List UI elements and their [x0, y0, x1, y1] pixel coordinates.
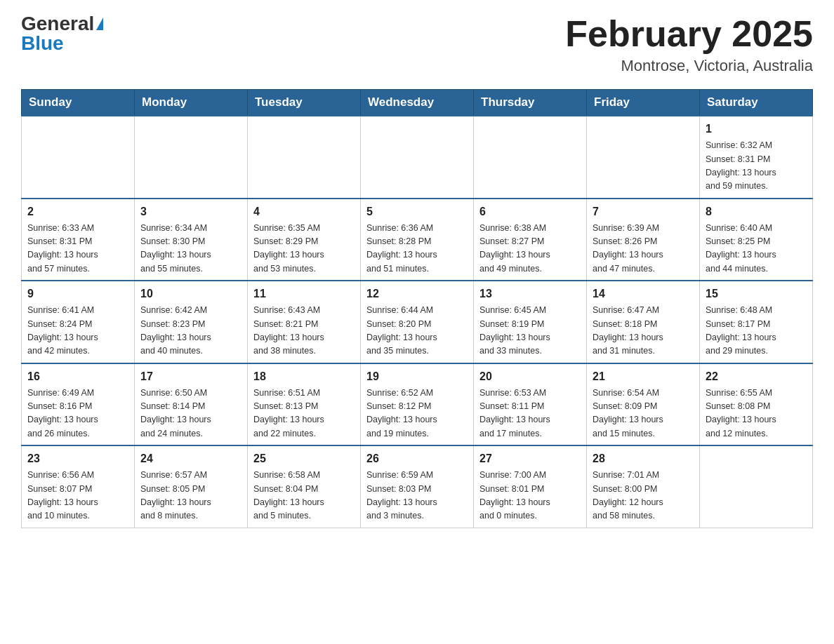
day-info-line: Sunset: 8:03 PM [366, 483, 468, 496]
calendar-cell: 3Sunrise: 6:34 AMSunset: 8:30 PMDaylight… [135, 199, 248, 281]
day-info-line: and 51 minutes. [366, 262, 468, 276]
calendar-header-row: SundayMondayTuesdayWednesdayThursdayFrid… [22, 90, 813, 116]
day-info-line: Sunset: 8:31 PM [706, 153, 807, 166]
day-info-line: Daylight: 13 hours [706, 331, 807, 344]
day-number: 13 [479, 286, 581, 302]
day-info-line: Sunrise: 6:34 AM [140, 222, 241, 235]
month-title: February 2025 [565, 14, 813, 54]
calendar-cell [587, 116, 700, 199]
day-info-line: Sunrise: 6:38 AM [479, 222, 581, 235]
day-info-line: and 29 minutes. [706, 344, 807, 358]
weekday-header-tuesday: Tuesday [248, 90, 361, 116]
logo-triangle-icon [96, 18, 103, 30]
day-info-line: and 8 minutes. [140, 509, 241, 523]
day-info-line: Sunrise: 7:00 AM [479, 469, 581, 482]
day-number: 12 [366, 286, 468, 302]
day-number: 15 [706, 286, 807, 302]
day-info-line: Sunrise: 6:54 AM [593, 387, 694, 400]
calendar-cell: 9Sunrise: 6:41 AMSunset: 8:24 PMDaylight… [22, 281, 135, 363]
day-info-line: Daylight: 13 hours [27, 413, 128, 427]
day-number: 25 [253, 450, 355, 467]
calendar-cell: 10Sunrise: 6:42 AMSunset: 8:23 PMDayligh… [135, 281, 248, 363]
weekday-header-sunday: Sunday [22, 90, 135, 116]
day-info-line: Daylight: 12 hours [593, 496, 694, 509]
day-info-line: and 55 minutes. [140, 262, 241, 276]
day-info-line: and 35 minutes. [366, 344, 468, 358]
day-info-line: Daylight: 13 hours [366, 331, 468, 344]
day-info-line: and 38 minutes. [253, 344, 355, 358]
day-number: 2 [27, 203, 128, 220]
day-info-line: Daylight: 13 hours [27, 248, 128, 262]
day-info-line: and 0 minutes. [479, 509, 581, 523]
day-number: 9 [27, 286, 128, 302]
day-info-line: Sunrise: 6:53 AM [479, 387, 581, 400]
day-info-line: Sunset: 8:12 PM [366, 400, 468, 413]
day-info-line: and 24 minutes. [140, 427, 241, 441]
day-number: 1 [706, 121, 807, 137]
day-number: 8 [706, 203, 807, 220]
calendar-cell [135, 116, 248, 199]
day-info-line: Sunset: 8:25 PM [706, 235, 807, 248]
day-info-line: Daylight: 13 hours [706, 413, 807, 427]
day-info-line: Sunset: 8:28 PM [366, 235, 468, 248]
day-info-line: Daylight: 13 hours [593, 248, 694, 262]
day-info-line: Daylight: 13 hours [479, 413, 581, 427]
calendar-week-row: 2Sunrise: 6:33 AMSunset: 8:31 PMDaylight… [22, 199, 813, 281]
day-info-line: and 57 minutes. [27, 262, 128, 276]
day-info-line: Sunrise: 6:52 AM [366, 387, 468, 400]
day-number: 20 [479, 368, 581, 385]
calendar-cell: 12Sunrise: 6:44 AMSunset: 8:20 PMDayligh… [361, 281, 474, 363]
calendar-cell: 15Sunrise: 6:48 AMSunset: 8:17 PMDayligh… [700, 281, 813, 363]
day-info-line: Daylight: 13 hours [366, 248, 468, 262]
calendar-cell: 20Sunrise: 6:53 AMSunset: 8:11 PMDayligh… [474, 363, 587, 446]
day-info-line: Sunrise: 6:58 AM [253, 469, 355, 482]
day-info-line: Sunrise: 6:44 AM [366, 304, 468, 317]
day-info-line: Sunset: 8:00 PM [593, 483, 694, 496]
day-info-line: and 17 minutes. [479, 427, 581, 441]
day-info-line: and 40 minutes. [140, 344, 241, 358]
day-info-line: Daylight: 13 hours [479, 331, 581, 344]
calendar-cell: 23Sunrise: 6:56 AMSunset: 8:07 PMDayligh… [22, 445, 135, 528]
day-info-line: Daylight: 13 hours [140, 331, 241, 344]
day-info-line: Daylight: 13 hours [140, 248, 241, 262]
calendar-table: SundayMondayTuesdayWednesdayThursdayFrid… [21, 89, 813, 528]
day-info-line: Daylight: 13 hours [140, 496, 241, 509]
day-info-line: and 22 minutes. [253, 427, 355, 441]
day-info-line: Sunset: 8:23 PM [140, 318, 241, 331]
day-info-line: and 31 minutes. [593, 344, 694, 358]
day-info-line: Sunset: 8:31 PM [27, 235, 128, 248]
day-number: 11 [253, 286, 355, 302]
day-info-line: Sunrise: 6:41 AM [27, 304, 128, 317]
day-number: 23 [27, 450, 128, 467]
day-info-line: Sunset: 8:20 PM [366, 318, 468, 331]
day-number: 18 [253, 368, 355, 385]
calendar-cell [361, 116, 474, 199]
weekday-header-thursday: Thursday [474, 90, 587, 116]
calendar-cell: 6Sunrise: 6:38 AMSunset: 8:27 PMDaylight… [474, 199, 587, 281]
day-info-line: and 3 minutes. [366, 509, 468, 523]
day-info-line: Daylight: 13 hours [253, 413, 355, 427]
calendar-cell: 13Sunrise: 6:45 AMSunset: 8:19 PMDayligh… [474, 281, 587, 363]
day-info-line: Sunset: 8:04 PM [253, 483, 355, 496]
day-info-line: Sunrise: 6:57 AM [140, 469, 241, 482]
calendar-week-row: 1Sunrise: 6:32 AMSunset: 8:31 PMDaylight… [22, 116, 813, 199]
calendar-cell: 27Sunrise: 7:00 AMSunset: 8:01 PMDayligh… [474, 445, 587, 528]
calendar-cell: 8Sunrise: 6:40 AMSunset: 8:25 PMDaylight… [700, 199, 813, 281]
day-info-line: Sunset: 8:26 PM [593, 235, 694, 248]
day-info-line: Sunrise: 6:47 AM [593, 304, 694, 317]
day-info-line: and 10 minutes. [27, 509, 128, 523]
day-number: 10 [140, 286, 241, 302]
logo: General Blue [21, 14, 103, 53]
day-info-line: and 53 minutes. [253, 262, 355, 276]
day-info-line: Sunrise: 6:43 AM [253, 304, 355, 317]
day-info-line: and 5 minutes. [253, 509, 355, 523]
day-info-line: Sunset: 8:11 PM [479, 400, 581, 413]
calendar-cell: 16Sunrise: 6:49 AMSunset: 8:16 PMDayligh… [22, 363, 135, 446]
day-info-line: Sunrise: 6:51 AM [253, 387, 355, 400]
day-info-line: Daylight: 13 hours [253, 248, 355, 262]
calendar-cell: 17Sunrise: 6:50 AMSunset: 8:14 PMDayligh… [135, 363, 248, 446]
calendar-cell: 11Sunrise: 6:43 AMSunset: 8:21 PMDayligh… [248, 281, 361, 363]
day-info-line: and 59 minutes. [706, 180, 807, 193]
day-info-line: Daylight: 13 hours [706, 166, 807, 180]
logo-blue-text: Blue [21, 34, 64, 53]
